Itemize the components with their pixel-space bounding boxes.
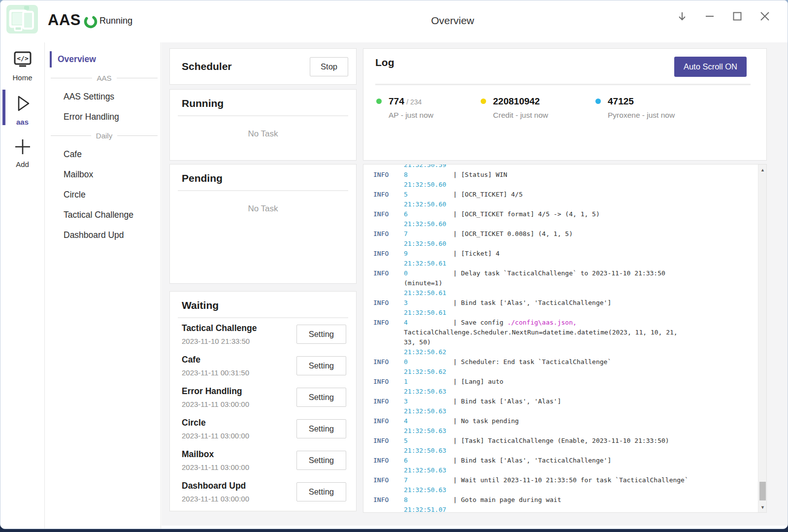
log-timestamp: 21:32:51.078 <box>404 505 449 512</box>
log-entry: INFO21:32:51.078|[Package_name] com.Yost… <box>373 505 756 512</box>
log-entry: INFO21:32:50.638|Goto main page during w… <box>373 485 756 505</box>
app-name: AAS <box>48 11 81 29</box>
nav-item-aas-settings[interactable]: AAS Settings <box>45 87 161 107</box>
log-timestamp: 21:32:50.598 <box>404 165 449 180</box>
nav-section-label: Daily <box>96 132 112 140</box>
setting-button-error-handling[interactable]: Setting <box>296 388 346 407</box>
close-button[interactable] <box>757 8 773 24</box>
task-info: Dashboard Upd 2023-11-11 03:00:00 <box>182 481 249 503</box>
log-level: INFO <box>373 456 404 466</box>
log-message: [Status] WIN <box>461 171 507 178</box>
stat-label: Pyroxene - just now <box>608 111 675 120</box>
log-entry: INFO21:32:50.636|Bind task ['Alas', 'Tac… <box>373 446 756 466</box>
rail-item-add[interactable]: Add <box>0 129 44 171</box>
maximize-button[interactable] <box>729 8 745 24</box>
log-level: INFO <box>373 268 404 278</box>
log-level: INFO <box>373 170 404 180</box>
nav-item-dashboard-upd[interactable]: Dashboard Upd <box>45 225 161 245</box>
arrow-down-button[interactable] <box>674 8 690 24</box>
scrollbar-thumb[interactable] <box>759 482 766 500</box>
nav-item-circle[interactable]: Circle <box>45 185 161 205</box>
auto-scroll-button[interactable]: Auto Scroll ON <box>674 57 747 77</box>
log-timestamp: 21:32:50.613 <box>404 288 449 308</box>
log-card: Log Auto Scroll ON 774 / 234 AP - just n… <box>363 48 767 161</box>
svg-text:</>: </> <box>17 55 29 62</box>
minimize-button[interactable] <box>702 8 718 24</box>
pending-title: Pending <box>178 172 348 184</box>
log-entry: INFO21:32:50.614|Save config ./config\aa… <box>373 308 756 347</box>
setting-button-dashboard-upd[interactable]: Setting <box>296 482 346 501</box>
divider-line <box>51 78 92 78</box>
task-next-run: 2023-11-10 21:33:50 <box>182 337 257 345</box>
nav-item-overview[interactable]: Overview <box>45 49 161 69</box>
log-separator: | <box>449 397 461 406</box>
log-timestamp: 21:32:50.621 <box>404 367 449 387</box>
stat-label: AP - just now <box>389 111 433 120</box>
log-message: No task pending <box>461 417 519 425</box>
waiting-task-list: Tactical Challenge 2023-11-10 21:33:50 S… <box>178 318 348 507</box>
log-panel: INFO21:32:50.598|[Status] WININFO21:32:5… <box>363 164 767 513</box>
log-message: Bind task ['Alas', 'Alas'] <box>461 398 561 405</box>
running-spinner-icon <box>83 14 98 29</box>
nav-item-tactical-challenge[interactable]: Tactical Challenge <box>45 205 161 225</box>
log-timestamp: 21:32:50.635 <box>404 426 449 446</box>
rail-item-home[interactable]: </> Home <box>0 42 44 85</box>
stat-value: 774 <box>389 96 404 106</box>
log-separator: | <box>449 357 461 367</box>
log-level: INFO <box>373 318 404 328</box>
pending-card: Pending No Task <box>169 164 357 284</box>
log-level: INFO <box>373 229 404 239</box>
log-timestamp: 21:32:50.633 <box>404 387 449 406</box>
close-icon <box>759 10 771 22</box>
log-level: INFO <box>373 190 404 200</box>
log-message: Goto main page during wait <box>461 496 561 503</box>
log-timestamp: 21:32:50.605 <box>404 180 449 200</box>
page-title: Overview <box>431 15 474 27</box>
task-name: Dashboard Upd <box>182 481 249 491</box>
log-timestamp: 21:32:50.606 <box>404 200 449 219</box>
log-level: INFO <box>373 397 404 406</box>
log-entry: INFO21:32:50.605|[OCR_TICKET] 4/5 <box>373 180 756 200</box>
log-scrollbar[interactable]: ▲ ▼ <box>758 165 766 512</box>
log-level: INFO <box>373 436 404 446</box>
setting-button-cafe[interactable]: Setting <box>296 356 346 375</box>
window-controls <box>674 8 773 24</box>
icon-rail: </> Home aas Add <box>0 42 45 529</box>
stat-label: Credit - just now <box>493 111 548 120</box>
log-entry: INFO21:32:50.634|No task pending <box>373 406 756 426</box>
log-view[interactable]: INFO21:32:50.598|[Status] WININFO21:32:5… <box>363 165 758 512</box>
log-timestamp: 21:32:50.620 <box>404 347 449 367</box>
rail-item-label: Home <box>12 73 32 82</box>
setting-button-mailbox[interactable]: Setting <box>296 451 346 470</box>
minimize-icon <box>704 11 715 22</box>
log-message: Bind task ['Alas', 'TacticalChallenge'] <box>461 299 611 306</box>
scroll-down-icon[interactable]: ▼ <box>758 503 767 511</box>
log-entry: INFO21:32:50.621|[Lang] auto <box>373 367 756 387</box>
setting-button-circle[interactable]: Setting <box>296 419 346 438</box>
divider <box>375 84 751 85</box>
log-timestamp: 21:32:50.607 <box>404 219 449 239</box>
nav-item-error-handling[interactable]: Error Handling <box>45 107 161 127</box>
stat-value: 220810942 <box>493 96 540 106</box>
log-separator: | <box>449 229 461 239</box>
log-level: INFO <box>373 475 404 485</box>
log-entry: INFO21:32:50.637|Wait until 2023-11-10 2… <box>373 466 756 485</box>
nav-divider-daily: Daily <box>45 127 161 144</box>
log-separator: | <box>449 190 461 200</box>
log-separator: | <box>449 475 461 485</box>
nav-item-cafe[interactable]: Cafe <box>45 144 161 165</box>
log-level: INFO <box>373 298 404 308</box>
setting-button-tactical-challenge[interactable]: Setting <box>296 325 346 344</box>
log-message: [Ticket] 4 <box>461 250 499 257</box>
task-name: Circle <box>182 418 249 428</box>
waiting-task-row-tactical-challenge: Tactical Challenge 2023-11-10 21:33:50 S… <box>178 318 348 350</box>
rail-item-aas[interactable]: aas <box>0 85 44 129</box>
scroll-up-icon[interactable]: ▲ <box>758 166 767 174</box>
stop-button[interactable]: Stop <box>310 57 348 76</box>
log-timestamp: 21:32:50.610 <box>404 259 449 278</box>
waiting-task-row-mailbox: Mailbox 2023-11-11 03:00:00 Setting <box>178 444 348 476</box>
task-name: Error Handling <box>182 386 249 397</box>
log-timestamp: 21:32:50.638 <box>404 485 449 505</box>
log-separator: | <box>449 377 461 387</box>
nav-item-mailbox[interactable]: Mailbox <box>45 165 161 185</box>
